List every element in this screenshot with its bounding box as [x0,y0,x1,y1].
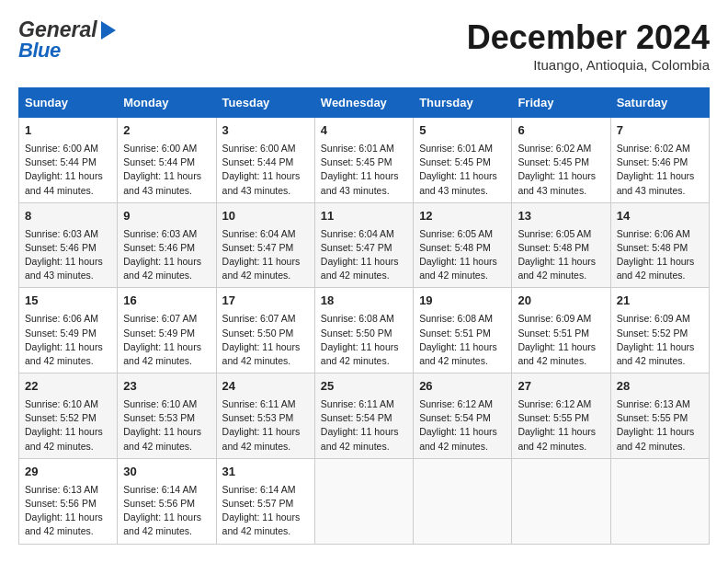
sunrise-label: Sunrise: 6:13 AM [617,398,690,409]
daylight-label: Daylight: 11 hours and 43 minutes. [321,170,399,195]
sunrise-label: Sunrise: 6:03 AM [123,228,197,239]
sunrise-label: Sunrise: 6:01 AM [419,143,493,154]
col-saturday: Saturday [610,88,709,118]
day-number: 3 [222,122,309,140]
sunset-label: Sunset: 5:55 PM [617,412,688,423]
sunrise-label: Sunrise: 6:09 AM [617,313,690,324]
sunset-label: Sunset: 5:46 PM [25,242,97,253]
daylight-label: Daylight: 11 hours and 42 minutes. [123,511,201,536]
day-number: 7 [617,122,703,140]
sunrise-label: Sunrise: 6:14 AM [222,484,296,495]
sunrise-label: Sunrise: 6:10 AM [25,398,98,409]
col-thursday: Thursday [414,88,512,118]
day-number: 2 [123,122,210,140]
day-number: 30 [123,464,210,481]
sunset-label: Sunset: 5:45 PM [518,156,589,167]
table-row: 29Sunrise: 6:13 AMSunset: 5:56 PMDayligh… [19,458,118,544]
table-row: 19Sunrise: 6:08 AMSunset: 5:51 PMDayligh… [414,288,512,373]
sunrise-label: Sunrise: 6:04 AM [321,228,394,239]
sunrise-label: Sunrise: 6:00 AM [25,143,98,154]
table-row: 9Sunrise: 6:03 AMSunset: 5:46 PMDaylight… [118,202,216,288]
location-label: Ituango, Antioquia, Colombia [467,57,710,73]
day-number: 18 [321,293,407,310]
table-row: 17Sunrise: 6:07 AMSunset: 5:50 PMDayligh… [216,288,314,373]
daylight-label: Daylight: 11 hours and 43 minutes. [617,170,695,195]
month-title: December 2024 [467,18,710,57]
day-number: 6 [518,122,604,140]
sunrise-label: Sunrise: 6:07 AM [222,313,296,324]
col-sunday: Sunday [19,88,118,118]
daylight-label: Daylight: 11 hours and 42 minutes. [25,511,103,536]
sunset-label: Sunset: 5:51 PM [518,327,589,339]
sunset-label: Sunset: 5:53 PM [222,412,294,423]
daylight-label: Daylight: 11 hours and 42 minutes. [321,256,399,281]
sunrise-label: Sunrise: 6:11 AM [222,398,296,409]
daylight-label: Daylight: 11 hours and 42 minutes. [25,426,103,451]
day-number: 4 [321,122,407,140]
table-row: 27Sunrise: 6:12 AMSunset: 5:55 PMDayligh… [512,373,610,459]
sunset-label: Sunset: 5:55 PM [518,412,589,423]
daylight-label: Daylight: 11 hours and 42 minutes. [321,426,399,451]
sunset-label: Sunset: 5:56 PM [25,498,97,509]
sunrise-label: Sunrise: 6:04 AM [222,228,296,239]
sunset-label: Sunset: 5:50 PM [222,327,294,339]
table-row: 14Sunrise: 6:06 AMSunset: 5:48 PMDayligh… [610,202,709,288]
day-number: 16 [123,293,210,310]
table-row: 18Sunrise: 6:08 AMSunset: 5:50 PMDayligh… [314,288,413,373]
table-row: 20Sunrise: 6:09 AMSunset: 5:51 PMDayligh… [512,288,610,373]
daylight-label: Daylight: 11 hours and 42 minutes. [617,256,695,281]
daylight-label: Daylight: 11 hours and 43 minutes. [222,170,301,195]
daylight-label: Daylight: 11 hours and 42 minutes. [518,341,596,366]
sunrise-label: Sunrise: 6:03 AM [25,228,98,239]
day-number: 11 [321,208,407,225]
sunset-label: Sunset: 5:45 PM [321,156,392,167]
daylight-label: Daylight: 11 hours and 42 minutes. [123,341,201,366]
table-row: 31Sunrise: 6:14 AMSunset: 5:57 PMDayligh… [216,458,314,544]
sunset-label: Sunset: 5:48 PM [518,242,589,253]
daylight-label: Daylight: 11 hours and 42 minutes. [617,341,695,366]
sunset-label: Sunset: 5:56 PM [123,498,195,509]
sunrise-label: Sunrise: 6:08 AM [419,313,493,324]
sunset-label: Sunset: 5:45 PM [419,156,491,167]
table-row: 3Sunrise: 6:00 AMSunset: 5:44 PMDaylight… [216,118,314,203]
day-number: 20 [518,293,604,310]
day-number: 8 [25,208,111,225]
col-monday: Monday [118,88,216,118]
sunset-label: Sunset: 5:48 PM [617,242,688,253]
sunset-label: Sunset: 5:57 PM [222,498,294,509]
day-number: 1 [25,122,111,140]
sunset-label: Sunset: 5:46 PM [617,156,688,167]
page-header: General Blue December 2024 Ituango, Anti… [18,18,710,73]
logo-arrow-icon [101,21,116,40]
day-number: 26 [419,378,506,396]
table-row: 30Sunrise: 6:14 AMSunset: 5:56 PMDayligh… [118,458,216,544]
day-number: 10 [222,208,309,225]
sunrise-label: Sunrise: 6:00 AM [123,143,197,154]
day-number: 12 [419,208,506,225]
day-number: 27 [518,378,604,396]
daylight-label: Daylight: 11 hours and 42 minutes. [419,426,497,451]
sunrise-label: Sunrise: 6:13 AM [25,484,98,495]
sunset-label: Sunset: 5:52 PM [25,412,97,423]
table-row [512,458,610,544]
day-number: 23 [123,378,210,396]
table-row: 6Sunrise: 6:02 AMSunset: 5:45 PMDaylight… [512,118,610,203]
table-row: 24Sunrise: 6:11 AMSunset: 5:53 PMDayligh… [216,373,314,459]
table-row: 12Sunrise: 6:05 AMSunset: 5:48 PMDayligh… [414,202,512,288]
sunset-label: Sunset: 5:47 PM [222,242,294,253]
sunrise-label: Sunrise: 6:14 AM [123,484,197,495]
sunrise-label: Sunrise: 6:11 AM [321,398,394,409]
sunrise-label: Sunrise: 6:07 AM [123,313,197,324]
sunset-label: Sunset: 5:52 PM [617,327,688,339]
sunrise-label: Sunrise: 6:12 AM [419,398,493,409]
sunset-label: Sunset: 5:44 PM [123,156,195,167]
table-row: 23Sunrise: 6:10 AMSunset: 5:53 PMDayligh… [118,373,216,459]
sunrise-label: Sunrise: 6:09 AM [518,313,591,324]
col-wednesday: Wednesday [314,88,413,118]
logo: General Blue [18,18,116,62]
day-number: 29 [25,464,111,481]
daylight-label: Daylight: 11 hours and 42 minutes. [222,341,301,366]
day-number: 17 [222,293,309,310]
sunset-label: Sunset: 5:44 PM [25,156,97,167]
daylight-label: Daylight: 11 hours and 42 minutes. [222,256,301,281]
